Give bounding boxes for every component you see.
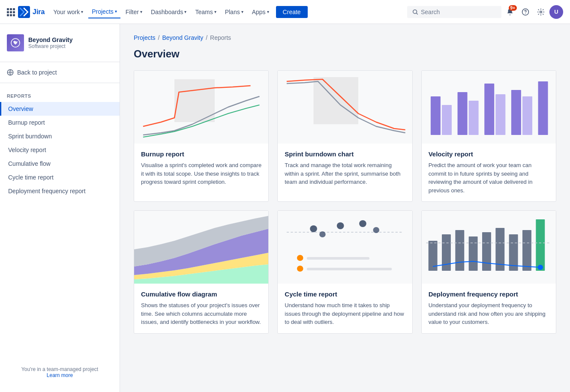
- svg-point-22: [319, 231, 326, 237]
- breadcrumb: Projects / Beyond Gravity / Reports: [134, 34, 556, 41]
- reports-grid: Burnup report Visualise a sprint's compl…: [134, 70, 556, 334]
- svg-point-4: [540, 11, 542, 13]
- globe-icon: [7, 69, 14, 76]
- svg-point-24: [297, 255, 303, 261]
- svg-rect-7: [174, 79, 215, 122]
- velocity-card-title: Velocity report: [429, 150, 549, 158]
- svg-point-19: [310, 225, 318, 232]
- burndown-card-desc: Track and manage the total work remainin…: [285, 161, 405, 186]
- cycle-time-card-title: Cycle time report: [285, 290, 405, 298]
- nav-your-work[interactable]: Your work ▾: [50, 6, 87, 18]
- sidebar-item-deployment[interactable]: Deployment frequency report: [0, 184, 120, 198]
- report-card-cycle-time[interactable]: Cycle time report Understand how much ti…: [277, 210, 412, 334]
- grid-icon[interactable]: [7, 8, 15, 16]
- notification-badge: 9+: [509, 5, 517, 11]
- velocity-card-body: Velocity report Predict the amount of wo…: [422, 144, 556, 201]
- sidebar-burnup-label: Burnup report: [8, 119, 45, 126]
- sidebar-item-velocity[interactable]: Velocity report: [0, 143, 120, 157]
- nav-dashboards[interactable]: Dashboards ▾: [147, 6, 190, 18]
- search-icon: [412, 9, 418, 15]
- svg-rect-27: [307, 268, 392, 270]
- svg-rect-15: [511, 90, 521, 135]
- cycle-time-chart: [278, 211, 412, 284]
- svg-rect-16: [522, 96, 532, 135]
- breadcrumb-reports: Reports: [210, 34, 231, 41]
- deployment-frequency-chart: [422, 211, 556, 284]
- sidebar-item-cycle-time[interactable]: Cycle time report: [0, 171, 120, 184]
- sidebar-item-overview[interactable]: Overview: [0, 102, 120, 116]
- svg-rect-30: [455, 230, 464, 271]
- report-card-velocity[interactable]: Velocity report Predict the amount of wo…: [421, 70, 556, 202]
- svg-rect-10: [442, 105, 452, 135]
- svg-rect-32: [482, 232, 491, 271]
- report-card-cumulative[interactable]: Cumulative flow diagram Shows the status…: [134, 210, 269, 334]
- sidebar-item-cumulative[interactable]: Cumulative flow: [0, 157, 120, 171]
- sidebar-item-burnup[interactable]: Burnup report: [0, 116, 120, 129]
- velocity-chart: [422, 71, 556, 144]
- cycle-time-card-body: Cycle time report Understand how much ti…: [278, 284, 412, 333]
- deployment-card-desc: Understand your deployment frequency to …: [429, 301, 549, 326]
- sidebar-velocity-label: Velocity report: [8, 147, 46, 153]
- search-bar[interactable]: Search: [407, 6, 501, 18]
- sidebar-footer: You're in a team-managed project Learn m…: [0, 359, 120, 385]
- cumulative-card-title: Cumulative flow diagram: [141, 290, 261, 298]
- avatar[interactable]: U: [549, 5, 563, 19]
- nav-teams[interactable]: Teams ▾: [192, 6, 219, 18]
- footer-line1: You're in a team-managed project: [7, 366, 113, 372]
- sidebar-cumulative-label: Cumulative flow: [8, 160, 51, 167]
- app-layout: Beyond Gravity Software project Back to …: [0, 24, 570, 392]
- breadcrumb-projects[interactable]: Projects: [134, 34, 156, 41]
- svg-rect-12: [468, 101, 478, 135]
- sidebar-deployment-label: Deployment frequency report: [8, 188, 86, 195]
- sidebar-divider-2: [0, 83, 120, 83]
- sidebar-section: Reports Overview Burnup report Sprint bu…: [0, 87, 120, 201]
- velocity-card-desc: Predict the amount of work your team can…: [429, 161, 549, 195]
- project-info: Beyond Gravity Software project: [28, 36, 72, 49]
- report-card-deployment[interactable]: Deployment frequency report Understand y…: [421, 210, 556, 334]
- nav-icons: 9+ U: [503, 5, 563, 19]
- svg-rect-11: [457, 92, 467, 135]
- footer-learn-more[interactable]: Learn more: [47, 372, 73, 378]
- sidebar-section-label: Reports: [0, 90, 120, 102]
- cumulative-card-body: Cumulative flow diagram Shows the status…: [134, 284, 268, 333]
- burnup-card-desc: Visualise a sprint's completed work and …: [141, 161, 261, 186]
- svg-rect-14: [495, 94, 505, 135]
- page-title: Overview: [134, 48, 556, 60]
- burnup-card-title: Burnup report: [141, 150, 261, 158]
- svg-point-3: [525, 13, 526, 14]
- breadcrumb-beyond-gravity[interactable]: Beyond Gravity: [162, 34, 203, 41]
- main-content: Projects / Beyond Gravity / Reports Over…: [120, 24, 570, 392]
- nav-plans[interactable]: Plans ▾: [222, 6, 247, 18]
- sidebar-divider: [0, 62, 120, 62]
- settings-button[interactable]: [534, 5, 548, 19]
- help-button[interactable]: [519, 5, 532, 19]
- deployment-card-body: Deployment frequency report Understand y…: [422, 284, 556, 333]
- svg-rect-36: [536, 219, 545, 271]
- sidebar: Beyond Gravity Software project Back to …: [0, 24, 120, 392]
- project-avatar: [7, 34, 24, 51]
- back-to-project-label: Back to project: [17, 69, 57, 76]
- sidebar-item-sprint-burndown[interactable]: Sprint burndown: [0, 129, 120, 143]
- svg-rect-9: [431, 96, 441, 135]
- nav-filter[interactable]: Filter ▾: [122, 6, 146, 18]
- svg-point-21: [359, 220, 366, 227]
- burndown-card-title: Sprint burndown chart: [285, 150, 405, 158]
- sidebar-overview-label: Overview: [8, 105, 33, 112]
- create-button[interactable]: Create: [276, 6, 308, 18]
- svg-point-23: [373, 227, 380, 233]
- report-card-burnup[interactable]: Burnup report Visualise a sprint's compl…: [134, 70, 269, 202]
- report-card-burndown[interactable]: Sprint burndown chart Track and manage t…: [277, 70, 412, 202]
- jira-logo[interactable]: Jira: [18, 6, 45, 18]
- cumulative-card-desc: Shows the statuses of your project's iss…: [141, 301, 261, 326]
- jira-label: Jira: [33, 8, 45, 16]
- search-placeholder: Search: [421, 9, 440, 15]
- back-to-project-link[interactable]: Back to project: [0, 66, 120, 79]
- cumulative-flow-chart: [134, 211, 268, 284]
- nav-projects[interactable]: Projects ▾: [88, 6, 120, 18]
- svg-rect-31: [468, 236, 477, 271]
- project-icon: [10, 38, 21, 48]
- svg-point-2: [522, 9, 529, 15]
- nav-apps[interactable]: Apps ▾: [249, 6, 273, 18]
- project-header: Beyond Gravity Software project: [0, 31, 120, 58]
- notifications-button[interactable]: 9+: [503, 5, 517, 19]
